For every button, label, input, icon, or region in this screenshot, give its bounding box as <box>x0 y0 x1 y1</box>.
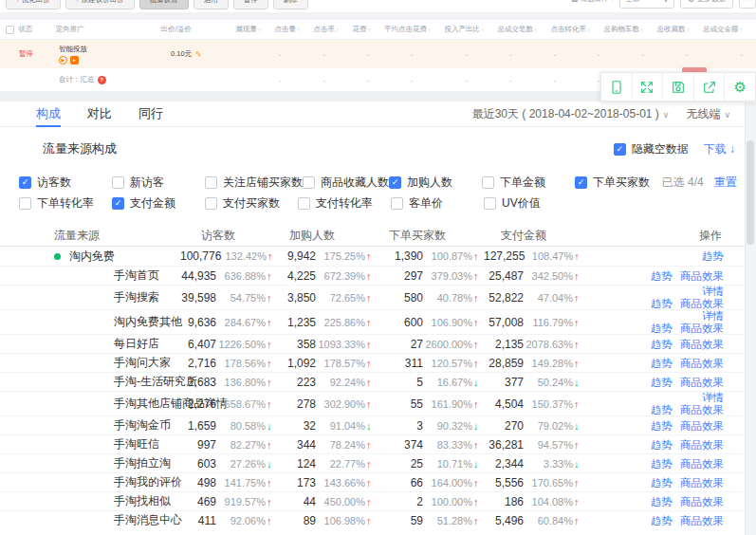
play-icon[interactable]: ▶ <box>59 56 67 65</box>
help-icon[interactable]: ? <box>98 76 106 84</box>
trend-link[interactable]: 趋势 <box>651 477 673 489</box>
trend-link[interactable]: 趋势 <box>651 420 673 432</box>
save-icon[interactable] <box>662 73 693 101</box>
trend-link[interactable]: 趋势 <box>651 358 673 369</box>
campaign-col-header[interactable]: 展现量↑ <box>236 25 275 34</box>
filter-item[interactable]: 支付转化率 <box>298 195 391 212</box>
campaign-col-header[interactable]: 总成交金额↑ <box>703 25 756 34</box>
scrollbar-thumb[interactable] <box>747 140 754 245</box>
product-effect-link[interactable]: 商品效果 <box>680 298 724 309</box>
filter-checkbox[interactable] <box>389 176 401 189</box>
toolbar-button[interactable]: 启用 <box>194 0 229 9</box>
reset-link[interactable]: 重置 <box>714 175 737 189</box>
date-range-picker[interactable]: 最近30天 ( 2018-04-02~2018-05-01 )∨ <box>472 106 670 122</box>
trend-link[interactable]: 趋势 <box>651 339 673 350</box>
filter-item[interactable]: 客单价 <box>391 195 484 212</box>
col-order-buyers: 下单买家数 <box>377 228 484 244</box>
select-all-checkbox[interactable] <box>6 26 14 34</box>
filter-item[interactable]: 支付金额 <box>112 195 205 212</box>
tab-composition[interactable]: 构成 <box>36 101 61 127</box>
trend-link[interactable]: 趋势 <box>651 270 673 282</box>
download-link[interactable]: 下载 ↓ <box>704 141 735 157</box>
scrollbar[interactable] <box>745 102 756 535</box>
trend-link[interactable]: 趋势 <box>651 377 673 388</box>
product-effect-link[interactable]: 商品效果 <box>680 458 724 470</box>
product-effect-link[interactable]: 商品效果 <box>680 515 724 526</box>
detail-link[interactable]: 详情 <box>702 310 724 322</box>
metric-change: 60.84% <box>524 515 573 526</box>
product-effect-link[interactable]: 商品效果 <box>680 339 724 350</box>
campaign-col-header[interactable]: 点击率↑ <box>314 25 353 34</box>
trend-link[interactable]: 趋势 <box>651 515 673 526</box>
detail-link[interactable]: 详情 <box>702 286 724 297</box>
filter-checkbox[interactable] <box>112 176 124 189</box>
campaign-col-header[interactable]: 点击转化率↑ <box>551 25 604 34</box>
trend-link[interactable]: 趋势 <box>651 323 673 334</box>
scope-select[interactable]: 全部∨ <box>619 0 674 9</box>
product-effect-link[interactable]: 商品效果 <box>680 420 724 432</box>
trend-link[interactable]: 趋势 <box>651 439 673 451</box>
filter-condition-label[interactable]: ▦ 筛选条件 ↑ <box>571 0 614 4</box>
hide-empty-checkbox[interactable] <box>614 143 626 156</box>
product-effect-link[interactable]: 商品效果 <box>680 270 724 282</box>
mobile-preview-icon[interactable] <box>601 73 632 101</box>
toolbar-button[interactable]: 删除 <box>273 0 308 9</box>
share-icon[interactable] <box>693 73 725 101</box>
filter-checkbox[interactable] <box>205 197 217 210</box>
terminal-picker[interactable]: 无线端∨ <box>686 106 730 122</box>
filter-item[interactable]: 支付买家数 <box>205 195 298 212</box>
filter-item[interactable]: UV价值 <box>484 195 577 212</box>
product-effect-link[interactable]: 商品效果 <box>680 496 724 507</box>
campaign-col-header[interactable]: 平均点击花费↑ <box>384 25 445 34</box>
product-effect-link[interactable]: 商品效果 <box>680 358 724 369</box>
filter-checkbox[interactable] <box>303 176 315 189</box>
campaign-col-header[interactable]: 花费↑ <box>353 25 385 34</box>
campaign-col-header[interactable]: 点击量↑ <box>275 25 314 34</box>
campaign-col-header[interactable]: 投入产出比↑ <box>445 25 498 34</box>
trend-link[interactable]: 趋势 <box>702 250 724 262</box>
filter-checkbox[interactable] <box>19 176 31 189</box>
filter-item[interactable]: 商品收藏人数 <box>303 175 389 191</box>
toolbar-button[interactable]: 暂停 <box>233 0 268 9</box>
product-effect-link[interactable]: 商品效果 <box>680 323 724 334</box>
product-effect-link[interactable]: 商品效果 <box>680 377 724 388</box>
settings-icon[interactable]: ⚙ <box>724 73 755 101</box>
campaign-name[interactable]: 智能投放 <box>59 45 87 54</box>
filter-item[interactable]: 下单金额 <box>482 175 575 191</box>
filter-checkbox[interactable] <box>484 197 496 210</box>
toolbar-button[interactable]: ↑ 优化出价 <box>6 0 61 9</box>
toolbar-button[interactable]: ↑ 按建议价出价 <box>65 0 135 9</box>
product-effect-link[interactable]: 商品效果 <box>680 477 724 489</box>
filter-item[interactable]: 加购人数 <box>389 175 482 191</box>
trend-link[interactable]: 趋势 <box>651 404 673 415</box>
campaign-col-header[interactable]: 总收藏数↑ <box>657 25 704 34</box>
product-effect-link[interactable]: 商品效果 <box>680 404 724 415</box>
filter-checkbox[interactable] <box>391 197 403 210</box>
trend-link[interactable]: 趋势 <box>651 298 673 309</box>
tab-peers[interactable]: 同行 <box>138 101 163 127</box>
fullscreen-icon[interactable] <box>632 73 663 101</box>
more-menu-button[interactable]: ⋯ <box>739 0 756 9</box>
trend-link[interactable]: 趋势 <box>651 496 673 507</box>
filter-checkbox[interactable] <box>19 197 31 210</box>
edit-pencil-icon[interactable]: ✎ <box>195 50 202 59</box>
campaign-col-header[interactable]: 总购物车数↑ <box>604 25 657 34</box>
filter-item[interactable]: 关注店铺买家数 <box>205 175 303 191</box>
flow-row: 淘内免费其他9,636284.67%↑1,235225.86%↑600106.9… <box>0 309 756 334</box>
more-data-button[interactable]: ⚙更多数据 <box>680 0 733 9</box>
filter-item[interactable]: 访客数 <box>19 175 112 191</box>
filter-checkbox[interactable] <box>575 176 587 189</box>
filter-checkbox[interactable] <box>298 197 310 210</box>
detail-link[interactable]: 详情 <box>702 392 724 403</box>
filter-item[interactable]: 下单买家数 <box>575 175 668 191</box>
filter-checkbox[interactable] <box>112 197 124 210</box>
filter-checkbox[interactable] <box>205 176 217 189</box>
filter-item[interactable]: 下单转化率 <box>19 195 112 212</box>
filter-item[interactable]: 新访客 <box>112 175 205 191</box>
product-effect-link[interactable]: 商品效果 <box>680 439 724 451</box>
filter-checkbox[interactable] <box>482 176 494 189</box>
trend-link[interactable]: 趋势 <box>651 458 673 470</box>
toolbar-button[interactable]: 批量设置 <box>139 0 189 9</box>
tab-compare[interactable]: 对比 <box>87 101 112 127</box>
campaign-col-header[interactable]: 总成交笔数↑ <box>498 25 551 34</box>
